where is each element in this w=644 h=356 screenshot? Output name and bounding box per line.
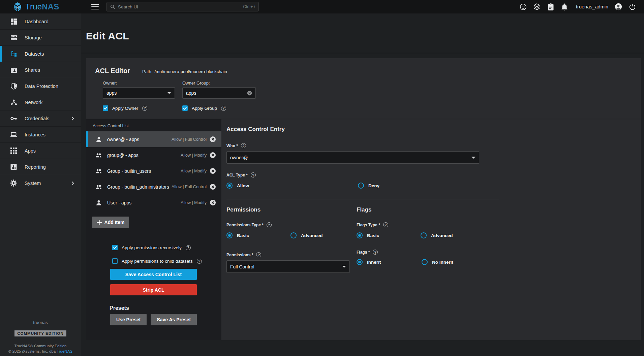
sidebar-item-label: Network xyxy=(25,100,42,105)
global-search[interactable]: Ctrl + / xyxy=(106,2,259,11)
power-icon[interactable] xyxy=(628,3,636,10)
sidebar-item-instances[interactable]: Instances xyxy=(0,127,81,143)
notifications-bell-icon[interactable] xyxy=(561,3,568,10)
user-avatar-icon[interactable] xyxy=(615,3,622,10)
sidebar-item-data-protection[interactable]: Data Protection xyxy=(0,78,81,94)
apply-owner-checkbox[interactable] xyxy=(103,105,108,111)
access-control-entry-title: Access Control Entry xyxy=(226,126,641,133)
apps-grid-icon xyxy=(10,147,17,154)
radio-flags-basic[interactable]: Basic xyxy=(357,232,421,238)
key-icon xyxy=(10,115,17,122)
help-icon[interactable] xyxy=(241,143,246,148)
add-item-button[interactable]: Add Item xyxy=(92,217,129,228)
person-icon xyxy=(95,199,102,206)
help-icon[interactable] xyxy=(197,259,202,264)
radio-permissions-basic[interactable]: Basic xyxy=(226,232,290,238)
jobs-clipboard-icon[interactable] xyxy=(547,3,554,10)
strip-acl-button[interactable]: Strip ACL xyxy=(110,284,197,295)
radio-unselected-icon xyxy=(290,232,297,238)
title-divider xyxy=(81,53,644,53)
radio-inherit[interactable]: Inherit xyxy=(357,259,422,265)
help-icon[interactable] xyxy=(383,222,388,227)
radio-permissions-advanced[interactable]: Advanced xyxy=(290,232,355,238)
help-icon[interactable] xyxy=(267,222,272,227)
sidebar-item-credentials[interactable]: Credentials xyxy=(0,110,81,127)
acl-entry-row[interactable]: group@ - apps Allow | Modify xyxy=(86,147,221,163)
remove-entry-icon[interactable] xyxy=(210,199,216,206)
sidebar-item-label: Datasets xyxy=(25,51,44,57)
flags-type-label: Flags Type * xyxy=(357,222,487,227)
gear-icon xyxy=(10,180,17,187)
acl-entry-row[interactable]: Group - builtin_users Allow | Modify xyxy=(86,163,221,179)
caret-down-icon xyxy=(342,266,346,268)
search-icon xyxy=(110,4,115,9)
sidebar-item-dashboard[interactable]: Dashboard xyxy=(0,13,81,30)
use-preset-button[interactable]: Use Preset xyxy=(110,314,147,325)
search-input[interactable] xyxy=(118,4,240,9)
save-acl-button[interactable]: Save Access Control List xyxy=(110,269,197,280)
radio-flags-advanced[interactable]: Advanced xyxy=(421,232,485,238)
top-bar: TrueNAS Ctrl + / truenas_admin xyxy=(0,0,644,13)
page-title: Edit ACL xyxy=(86,30,641,42)
sidebar-item-datasets[interactable]: Datasets xyxy=(0,46,81,62)
apply-group-checkbox-row: Apply Group xyxy=(182,105,256,111)
truenas-link[interactable]: TrueNAS xyxy=(57,349,72,353)
radio-unselected-icon xyxy=(358,183,364,189)
truenas-stack-icon[interactable] xyxy=(533,3,541,10)
apply-group-checkbox[interactable] xyxy=(182,105,188,111)
help-icon[interactable] xyxy=(221,106,226,111)
apply-recursively-label: Apply permissions recursively xyxy=(122,245,182,250)
caret-down-icon xyxy=(167,92,171,94)
radio-selected-icon xyxy=(226,183,233,189)
owner-group-input[interactable] xyxy=(186,90,247,96)
help-icon[interactable] xyxy=(373,250,378,255)
remove-entry-icon[interactable] xyxy=(210,136,216,142)
sidebar-item-network[interactable]: Network xyxy=(0,94,81,110)
chevron-right-icon xyxy=(70,181,74,185)
feedback-smiley-icon[interactable] xyxy=(519,3,527,10)
acl-actions: Apply permissions recursively Apply perm… xyxy=(86,245,221,325)
group-icon xyxy=(95,152,102,159)
apply-child-datasets-checkbox[interactable] xyxy=(112,258,118,264)
help-icon[interactable] xyxy=(251,172,256,177)
radio-deny[interactable]: Deny xyxy=(358,183,489,189)
sidebar-item-label: Reporting xyxy=(25,164,46,170)
remove-entry-icon[interactable] xyxy=(210,184,216,190)
remove-entry-icon[interactable] xyxy=(210,152,216,158)
sidebar-item-system[interactable]: System xyxy=(0,175,81,191)
acl-editor-title: ACL Editor xyxy=(95,67,130,75)
radio-selected-icon xyxy=(357,232,363,238)
permissions-type-radio-group: Basic Advanced xyxy=(226,232,357,238)
sidebar-item-apps[interactable]: Apps xyxy=(0,143,81,159)
permissions-select[interactable]: Full Control xyxy=(226,260,350,273)
help-icon[interactable] xyxy=(142,106,147,111)
apply-recursively-checkbox[interactable] xyxy=(112,245,118,250)
dashboard-icon xyxy=(10,18,17,25)
save-as-preset-button[interactable]: Save As Preset xyxy=(151,314,197,325)
truenas-app: TrueNAS Ctrl + / truenas_admin xyxy=(0,0,644,356)
who-select[interactable]: owner@ xyxy=(226,151,479,164)
flags-type-radio-group: Basic Advanced xyxy=(357,232,487,238)
help-icon[interactable] xyxy=(256,252,261,257)
radio-no-inherit[interactable]: No Inherit xyxy=(422,259,487,265)
menu-toggle-icon[interactable] xyxy=(91,4,99,9)
acl-entry-row[interactable]: User - apps Allow | Modify xyxy=(86,195,221,211)
acl-entry-row[interactable]: Group - builtin_administrators Allow | F… xyxy=(86,179,221,195)
sidebar-item-shares[interactable]: Shares xyxy=(0,62,81,78)
acl-editor-header: ACL Editor Path:/mnt/monero-pool/monero-… xyxy=(86,58,641,119)
clear-icon[interactable] xyxy=(247,90,252,96)
sidebar-item-storage[interactable]: Storage xyxy=(0,30,81,46)
group-icon xyxy=(95,184,102,190)
sidebar-item-reporting[interactable]: Reporting xyxy=(0,159,81,175)
access-control-entry-panel: Access Control Entry Who * owner@ ACL Ty… xyxy=(221,119,641,340)
owner-select[interactable]: apps xyxy=(103,87,175,99)
remove-entry-icon[interactable] xyxy=(210,168,216,174)
sidebar-item-label: Dashboard xyxy=(25,19,49,24)
acl-entry-row[interactable]: owner@ - apps Allow | Full Control xyxy=(86,131,221,147)
truenas-logo[interactable]: TrueNAS xyxy=(0,2,81,11)
dataset-path: Path:/mnt/monero-pool/monero-blockchain xyxy=(142,69,227,74)
radio-allow[interactable]: Allow xyxy=(226,183,358,189)
sidebar-item-label: Data Protection xyxy=(25,84,58,89)
sidebar-footer: truenas COMMUNITY EDITION TrueNAS® Commu… xyxy=(0,320,81,353)
help-icon[interactable] xyxy=(186,245,191,250)
